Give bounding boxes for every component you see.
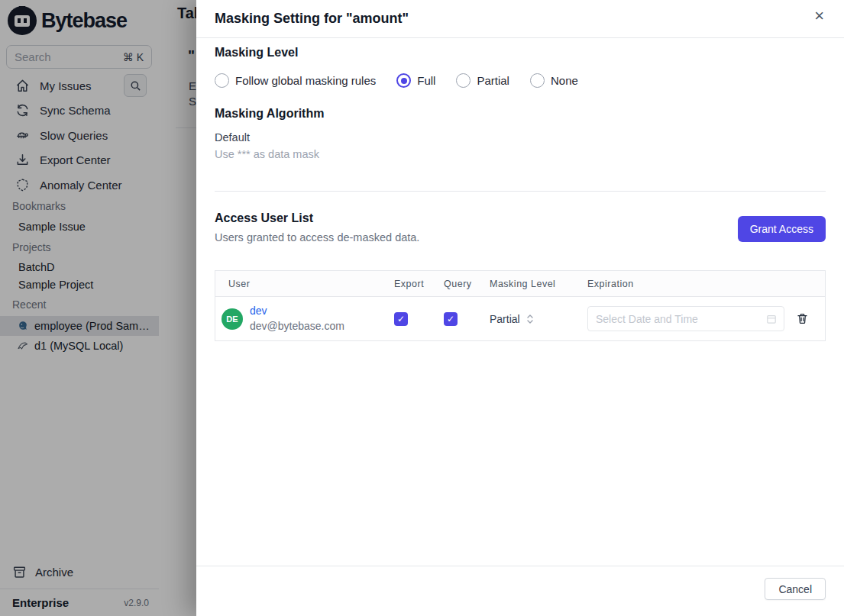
radio-label: Full — [417, 74, 435, 87]
chevron-up-down-icon — [526, 314, 534, 324]
radio-label: Follow global masking rules — [235, 74, 376, 87]
query-checkbox[interactable] — [444, 312, 458, 326]
table-row: DE dev dev@bytebase.com Partial — [215, 297, 825, 340]
user-cell: DE dev dev@bytebase.com — [215, 304, 385, 334]
close-icon[interactable]: × — [814, 8, 824, 24]
footer-divider — [196, 566, 844, 566]
masking-level-value: Partial — [490, 313, 520, 325]
expiration-cell: Select Date and Time — [578, 306, 787, 331]
radio-icon — [215, 73, 229, 88]
access-user-table: User Export Query Masking Level Expirati… — [215, 270, 826, 341]
radio-icon — [530, 73, 545, 88]
modal-backdrop[interactable] — [0, 0, 196, 616]
access-user-list-subtitle: Users granted to access de-masked data. — [215, 231, 419, 243]
radio-label: Partial — [477, 74, 509, 87]
radio-follow-global[interactable]: Follow global masking rules — [215, 73, 376, 88]
export-checkbox[interactable] — [394, 312, 408, 326]
expiration-date-input[interactable]: Select Date and Time — [587, 306, 784, 331]
user-email: dev@bytebase.com — [250, 319, 344, 334]
radio-icon — [396, 73, 411, 88]
section-divider — [215, 191, 826, 192]
radio-none[interactable]: None — [530, 73, 578, 88]
col-masking-level: Masking Level — [480, 279, 578, 289]
grant-access-button[interactable]: Grant Access — [738, 216, 826, 242]
actions-cell — [787, 312, 825, 325]
algorithm-description: Use *** as data mask — [215, 148, 319, 160]
col-user: User — [215, 279, 385, 289]
modal-title: Masking Setting for "amount" — [215, 11, 409, 27]
query-cell — [435, 312, 480, 326]
avatar: DE — [222, 308, 243, 330]
trash-icon — [796, 312, 809, 325]
table-header-row: User Export Query Masking Level Expirati… — [215, 271, 825, 297]
masking-level-select[interactable]: Partial — [480, 313, 578, 325]
algorithm-name: Default — [215, 131, 250, 144]
masking-algorithm-heading: Masking Algorithm — [215, 107, 324, 121]
expiration-placeholder: Select Date and Time — [596, 313, 698, 325]
calendar-icon — [765, 313, 778, 325]
modal-header: Masking Setting for "amount" — [196, 0, 844, 38]
radio-label: None — [551, 74, 578, 87]
radio-icon — [456, 73, 471, 88]
masking-level-radio-group: Follow global masking rules Full Partial… — [215, 73, 578, 88]
col-export: Export — [385, 279, 435, 289]
cancel-button[interactable]: Cancel — [765, 578, 826, 600]
masking-level-heading: Masking Level — [215, 46, 298, 60]
radio-partial[interactable]: Partial — [456, 73, 509, 88]
screen: Bytebase Search ⌘ K My Issues Sync Sc — [0, 0, 844, 616]
user-name-link[interactable]: dev — [250, 304, 344, 319]
radio-full[interactable]: Full — [396, 73, 435, 88]
access-user-list-heading: Access User List — [215, 211, 313, 225]
col-expiration: Expiration — [578, 279, 787, 289]
masking-setting-modal: Masking Setting for "amount" × Masking L… — [196, 0, 844, 616]
export-cell — [385, 312, 435, 326]
delete-access-button[interactable] — [796, 312, 809, 325]
col-query: Query — [435, 279, 480, 289]
